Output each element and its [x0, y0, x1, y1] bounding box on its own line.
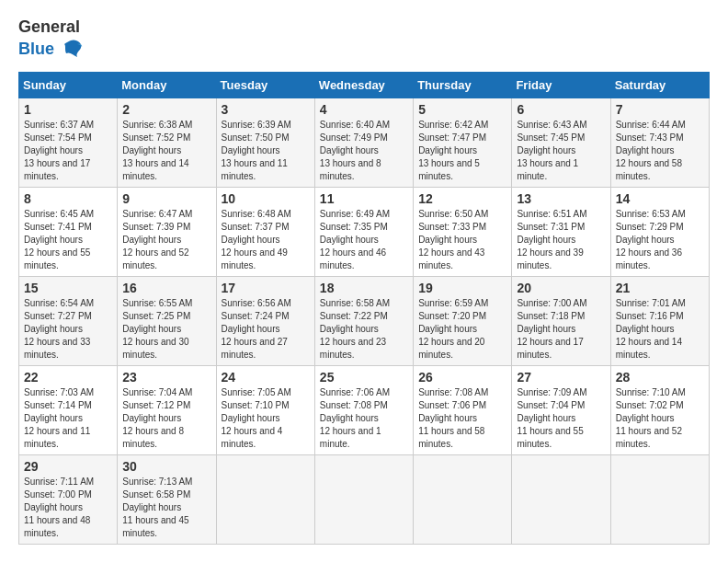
day-info: Sunrise: 6:49 AM Sunset: 7:35 PM Dayligh…: [320, 208, 408, 272]
calendar-cell: 1 Sunrise: 6:37 AM Sunset: 7:54 PM Dayli…: [19, 98, 118, 187]
day-info: Sunrise: 7:08 AM Sunset: 7:06 PM Dayligh…: [418, 386, 506, 451]
logo-general: General: [18, 18, 85, 37]
day-info: Sunrise: 7:11 AM Sunset: 7:00 PM Dayligh…: [24, 476, 112, 540]
day-info: Sunrise: 6:40 AM Sunset: 7:49 PM Dayligh…: [320, 119, 408, 183]
day-number: 13: [517, 191, 605, 206]
calendar-cell: 19 Sunrise: 6:59 AM Sunset: 7:20 PM Dayl…: [414, 276, 512, 365]
calendar-week-row: 1 Sunrise: 6:37 AM Sunset: 7:54 PM Dayli…: [19, 98, 710, 187]
day-info: Sunrise: 6:55 AM Sunset: 7:25 PM Dayligh…: [122, 297, 210, 362]
logo-blue: Blue: [18, 40, 54, 59]
logo-bird-icon: [57, 37, 85, 63]
calendar-cell: 23 Sunrise: 7:04 AM Sunset: 7:12 PM Dayl…: [118, 365, 216, 454]
calendar-cell: 9 Sunrise: 6:47 AM Sunset: 7:39 PM Dayli…: [118, 187, 216, 276]
calendar-cell: 8 Sunrise: 6:45 AM Sunset: 7:41 PM Dayli…: [19, 187, 118, 276]
day-number: 27: [517, 370, 605, 385]
calendar-cell: 11 Sunrise: 6:49 AM Sunset: 7:35 PM Dayl…: [314, 187, 413, 276]
day-info: Sunrise: 6:42 AM Sunset: 7:47 PM Dayligh…: [418, 119, 506, 183]
day-number: 7: [616, 102, 704, 117]
day-number: 14: [616, 191, 704, 206]
calendar-cell: 15 Sunrise: 6:54 AM Sunset: 7:27 PM Dayl…: [19, 276, 118, 365]
calendar-cell: 12 Sunrise: 6:50 AM Sunset: 7:33 PM Dayl…: [414, 187, 512, 276]
calendar-cell: [414, 454, 512, 544]
day-info: Sunrise: 6:39 AM Sunset: 7:50 PM Dayligh…: [222, 119, 310, 183]
day-number: 22: [24, 370, 112, 385]
day-info: Sunrise: 6:45 AM Sunset: 7:41 PM Dayligh…: [24, 208, 112, 272]
calendar-cell: 4 Sunrise: 6:40 AM Sunset: 7:49 PM Dayli…: [314, 98, 413, 187]
day-number: 23: [122, 370, 210, 385]
calendar-cell: 20 Sunrise: 7:00 AM Sunset: 7:18 PM Dayl…: [512, 276, 610, 365]
weekday-header-row: SundayMondayTuesdayWednesdayThursdayFrid…: [19, 72, 710, 98]
calendar-cell: 29 Sunrise: 7:11 AM Sunset: 7:00 PM Dayl…: [19, 454, 118, 544]
day-info: Sunrise: 7:01 AM Sunset: 7:16 PM Dayligh…: [616, 297, 704, 362]
day-number: 10: [222, 191, 310, 206]
day-info: Sunrise: 6:59 AM Sunset: 7:20 PM Dayligh…: [418, 297, 506, 362]
calendar-week-row: 15 Sunrise: 6:54 AM Sunset: 7:27 PM Dayl…: [19, 276, 710, 365]
day-number: 8: [24, 191, 112, 206]
day-number: 9: [122, 191, 210, 206]
calendar-cell: 16 Sunrise: 6:55 AM Sunset: 7:25 PM Dayl…: [118, 276, 216, 365]
calendar-cell: 13 Sunrise: 6:51 AM Sunset: 7:31 PM Dayl…: [512, 187, 610, 276]
day-number: 16: [122, 281, 210, 295]
day-info: Sunrise: 6:48 AM Sunset: 7:37 PM Dayligh…: [222, 208, 310, 272]
calendar-cell: 30 Sunrise: 7:13 AM Sunset: 6:58 PM Dayl…: [118, 454, 216, 544]
day-number: 12: [418, 191, 506, 206]
weekday-header-wednesday: Wednesday: [314, 72, 413, 98]
calendar-cell: 18 Sunrise: 6:58 AM Sunset: 7:22 PM Dayl…: [314, 276, 413, 365]
day-info: Sunrise: 6:38 AM Sunset: 7:52 PM Dayligh…: [122, 119, 210, 183]
day-info: Sunrise: 6:44 AM Sunset: 7:43 PM Dayligh…: [616, 119, 704, 183]
day-info: Sunrise: 6:47 AM Sunset: 7:39 PM Dayligh…: [122, 208, 210, 272]
day-number: 17: [222, 281, 310, 295]
calendar-cell: 2 Sunrise: 6:38 AM Sunset: 7:52 PM Dayli…: [118, 98, 216, 187]
day-number: 18: [320, 281, 408, 295]
day-info: Sunrise: 7:00 AM Sunset: 7:18 PM Dayligh…: [517, 297, 605, 362]
day-info: Sunrise: 7:03 AM Sunset: 7:14 PM Dayligh…: [24, 386, 112, 451]
calendar-cell: 22 Sunrise: 7:03 AM Sunset: 7:14 PM Dayl…: [19, 365, 118, 454]
day-info: Sunrise: 7:10 AM Sunset: 7:02 PM Dayligh…: [616, 386, 704, 451]
day-number: 4: [320, 102, 408, 117]
day-number: 19: [418, 281, 506, 295]
calendar-cell: 21 Sunrise: 7:01 AM Sunset: 7:16 PM Dayl…: [610, 276, 709, 365]
day-number: 2: [122, 102, 210, 117]
day-number: 3: [222, 102, 310, 117]
day-info: Sunrise: 7:06 AM Sunset: 7:08 PM Dayligh…: [320, 386, 408, 451]
day-number: 26: [418, 370, 506, 385]
day-number: 28: [616, 370, 704, 385]
day-number: 1: [24, 102, 112, 117]
calendar-cell: 28 Sunrise: 7:10 AM Sunset: 7:02 PM Dayl…: [610, 365, 709, 454]
calendar-cell: 5 Sunrise: 6:42 AM Sunset: 7:47 PM Dayli…: [414, 98, 512, 187]
weekday-header-tuesday: Tuesday: [216, 72, 314, 98]
weekday-header-thursday: Thursday: [414, 72, 512, 98]
logo: General Blue: [18, 18, 85, 63]
calendar-cell: 3 Sunrise: 6:39 AM Sunset: 7:50 PM Dayli…: [216, 98, 314, 187]
day-number: 21: [616, 281, 704, 295]
calendar-cell: [610, 454, 709, 544]
day-info: Sunrise: 6:53 AM Sunset: 7:29 PM Dayligh…: [616, 208, 704, 272]
day-info: Sunrise: 6:43 AM Sunset: 7:45 PM Dayligh…: [517, 119, 605, 183]
day-number: 5: [418, 102, 506, 117]
calendar-cell: [216, 454, 314, 544]
calendar-week-row: 22 Sunrise: 7:03 AM Sunset: 7:14 PM Dayl…: [19, 365, 710, 454]
calendar-cell: 24 Sunrise: 7:05 AM Sunset: 7:10 PM Dayl…: [216, 365, 314, 454]
day-number: 30: [122, 459, 210, 474]
calendar-cell: 25 Sunrise: 7:06 AM Sunset: 7:08 PM Dayl…: [314, 365, 413, 454]
calendar-cell: 7 Sunrise: 6:44 AM Sunset: 7:43 PM Dayli…: [610, 98, 709, 187]
day-info: Sunrise: 6:54 AM Sunset: 7:27 PM Dayligh…: [24, 297, 112, 362]
calendar-cell: [314, 454, 413, 544]
day-info: Sunrise: 6:50 AM Sunset: 7:33 PM Dayligh…: [418, 208, 506, 272]
page-header: General Blue: [18, 18, 710, 63]
day-info: Sunrise: 7:09 AM Sunset: 7:04 PM Dayligh…: [517, 386, 605, 451]
day-number: 20: [517, 281, 605, 295]
day-info: Sunrise: 6:37 AM Sunset: 7:54 PM Dayligh…: [24, 119, 112, 183]
calendar-cell: 10 Sunrise: 6:48 AM Sunset: 7:37 PM Dayl…: [216, 187, 314, 276]
day-number: 29: [24, 459, 112, 474]
calendar-cell: 14 Sunrise: 6:53 AM Sunset: 7:29 PM Dayl…: [610, 187, 709, 276]
calendar-cell: [512, 454, 610, 544]
calendar-cell: 26 Sunrise: 7:08 AM Sunset: 7:06 PM Dayl…: [414, 365, 512, 454]
weekday-header-sunday: Sunday: [19, 72, 118, 98]
weekday-header-saturday: Saturday: [610, 72, 709, 98]
day-info: Sunrise: 7:13 AM Sunset: 6:58 PM Dayligh…: [122, 476, 210, 540]
day-number: 24: [222, 370, 310, 385]
day-info: Sunrise: 6:58 AM Sunset: 7:22 PM Dayligh…: [320, 297, 408, 362]
day-number: 11: [320, 191, 408, 206]
day-info: Sunrise: 6:56 AM Sunset: 7:24 PM Dayligh…: [222, 297, 310, 362]
